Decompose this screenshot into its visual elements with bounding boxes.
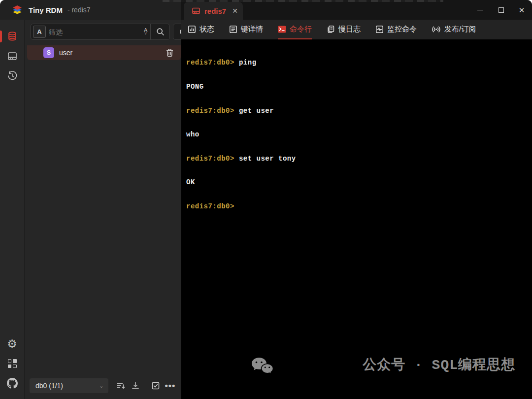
search-icon — [156, 28, 165, 36]
more-actions-button[interactable]: ••• — [164, 378, 177, 393]
connection-tab-redis7[interactable]: redis7 ✕ — [184, 2, 243, 20]
prompt: redis7:db0> — [186, 202, 234, 210]
key-row-user[interactable]: S user — [27, 45, 181, 60]
load-list-icon — [116, 381, 126, 390]
output: PONG — [186, 83, 204, 91]
terminal-line: OK — [186, 178, 532, 186]
tab-status[interactable]: 状态 — [188, 20, 214, 39]
titlebar-app-section: Tiny RDM - redis7 — [0, 0, 181, 20]
active-indicator — [0, 31, 2, 42]
watermark: 公众号 · SQL编程思想 — [251, 340, 515, 391]
output: OK — [186, 178, 195, 186]
tab-key-detail[interactable]: 键详情 — [229, 20, 263, 39]
tab-label: 发布/订阅 — [444, 25, 476, 34]
prompt: redis7:db0> — [186, 155, 234, 163]
filter-mode-button[interactable]: A — [33, 26, 46, 38]
filter-group: A A˅ — [31, 24, 170, 40]
tab-monitor[interactable]: 监控命令 — [375, 20, 417, 39]
status-icon — [188, 25, 196, 33]
terminal-line: who — [186, 131, 532, 138]
database-icon — [7, 31, 18, 42]
prompt: redis7:db0> — [186, 107, 234, 115]
command: ping — [239, 59, 257, 66]
tab-label: 命令行 — [290, 25, 312, 34]
settings-gear-icon: ⚙ — [7, 338, 17, 350]
key-name: user — [59, 49, 161, 57]
tab-label: 键详情 — [241, 25, 263, 34]
apps-grid-icon — [8, 359, 17, 368]
search-button[interactable] — [151, 24, 169, 40]
terminal-line: PONG — [186, 83, 532, 91]
close-icon: ✕ — [519, 6, 525, 14]
tab-label: 慢日志 — [338, 25, 361, 34]
checkbox-mode-button[interactable] — [149, 378, 163, 393]
sidebar-item-server[interactable] — [2, 46, 22, 66]
key-detail-icon — [229, 25, 237, 33]
tab-strip: redis7 ✕ ✕ — [181, 0, 532, 20]
sidebar-item-github[interactable] — [2, 373, 22, 393]
tab-close-icon[interactable]: ✕ — [232, 7, 238, 15]
maximize-icon — [499, 7, 504, 13]
output: who — [186, 131, 200, 138]
tab-label: 状态 — [200, 25, 214, 34]
terminal-line: redis7:db0>get user — [186, 107, 532, 115]
command: get user — [239, 107, 274, 115]
sort-icon[interactable]: A˅ — [141, 28, 150, 36]
redis-cli-terminal[interactable]: redis7:db0>ping PONG redis7:db0>get user… — [181, 39, 532, 399]
app-window: Tiny RDM - redis7 redis7 ✕ — [0, 0, 532, 399]
db-select[interactable]: db0 (1/1) ⌄ — [30, 378, 108, 393]
server-monitor-icon — [7, 51, 18, 62]
ellipsis-icon: ••• — [165, 381, 175, 391]
db-select-value: db0 (1/1) — [35, 382, 63, 390]
maximize-button[interactable] — [491, 0, 511, 20]
minimize-button[interactable] — [470, 0, 491, 20]
content-tabs: 状态 键详情 命令 — [181, 20, 532, 39]
delete-key-button[interactable] — [166, 48, 174, 57]
prompt: redis7:db0> — [186, 59, 234, 66]
terminal-line: redis7:db0>set user tony — [186, 155, 532, 163]
key-list: S user — [25, 44, 181, 376]
app-title: Tiny RDM — [29, 6, 63, 14]
history-icon — [7, 70, 18, 81]
nav-sidebar: ⚙ — [0, 20, 25, 399]
sidebar-item-databases[interactable] — [2, 27, 22, 46]
chevron-down-icon: ⌄ — [99, 383, 103, 389]
download-icon — [131, 381, 140, 390]
monitor-icon — [375, 25, 384, 33]
tab-command-line[interactable]: 命令行 — [278, 20, 312, 39]
load-more-button[interactable] — [114, 378, 128, 393]
clipped-top-decoration — [163, 0, 443, 2]
terminal-line: redis7:db0> — [186, 202, 532, 210]
sidebar-item-settings[interactable]: ⚙ — [2, 334, 22, 354]
browser-toolbar: A A˅ — [25, 20, 181, 44]
wechat-icon — [251, 340, 356, 391]
app-logo-icon — [11, 4, 24, 16]
app-subtitle: - redis7 — [67, 6, 91, 14]
terminal-icon — [278, 25, 286, 33]
trash-icon — [166, 48, 174, 57]
filter-input[interactable] — [46, 28, 141, 36]
tab-label: 监控命令 — [387, 25, 417, 34]
import-button[interactable] — [129, 378, 142, 393]
tab-label: redis7 — [204, 7, 226, 15]
browser-statusbar: db0 (1/1) ⌄ — [25, 376, 181, 399]
type-badge-string: S — [43, 47, 54, 58]
tab-slow-log[interactable]: 慢日志 — [327, 20, 361, 39]
command: set user tony — [239, 155, 296, 163]
pubsub-icon — [432, 25, 441, 33]
tab-pubsub[interactable]: 发布/订阅 — [432, 20, 476, 39]
window-controls: ✕ — [470, 0, 532, 20]
main-content: 状态 键详情 命令 — [181, 20, 532, 399]
key-browser-panel: A A˅ — [25, 20, 181, 399]
sidebar-item-apps[interactable] — [2, 354, 22, 373]
checkbox-icon — [151, 381, 160, 390]
terminal-line: redis7:db0>ping — [186, 59, 532, 66]
sidebar-item-history[interactable] — [2, 66, 22, 86]
watermark-text: 公众号 · SQL编程思想 — [363, 362, 515, 369]
minimize-icon — [477, 10, 483, 10]
close-button[interactable]: ✕ — [511, 0, 532, 20]
server-icon — [192, 7, 200, 15]
slow-log-icon — [327, 25, 335, 33]
github-icon — [7, 378, 18, 389]
titlebar: Tiny RDM - redis7 redis7 ✕ — [0, 0, 532, 20]
